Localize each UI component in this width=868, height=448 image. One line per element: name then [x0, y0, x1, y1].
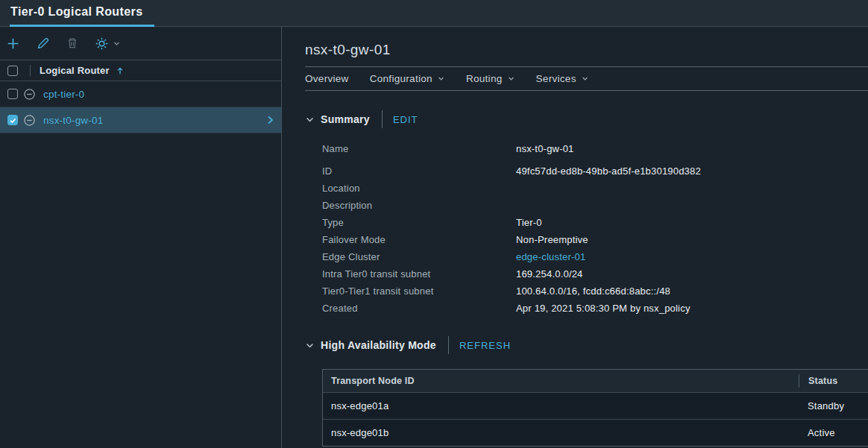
tab-overview[interactable]: Overview [305, 73, 349, 84]
list-header: Logical Router [0, 60, 281, 81]
field-label: Failover Mode [322, 231, 516, 248]
field-label: Name [322, 140, 516, 157]
row-checkbox[interactable] [7, 115, 18, 125]
field-value: Apr 19, 2021 5:08:30 PM by nsx_policy [516, 300, 691, 317]
tab-label: Overview [305, 73, 349, 84]
collapse-chevron-icon[interactable] [305, 115, 315, 124]
summary-section: Summary EDIT Name nsx-t0-gw-01 ID 49fc57… [305, 110, 868, 317]
refresh-link[interactable]: REFRESH [459, 340, 511, 351]
field-value: 169.254.0.0/24 [516, 265, 583, 283]
table-row-nsx-edge01b[interactable]: nsx-edge01b Active [323, 419, 868, 446]
summary-fields: Name nsx-t0-gw-01 ID 49fc57dd-ed8b-49bb-… [322, 140, 868, 317]
router-row-cpt-tier-0[interactable]: cpt-tier-0 [0, 81, 281, 107]
circle-minus-icon [23, 88, 36, 101]
field-label: Tier0-Tier1 transit subnet [322, 283, 516, 300]
edge-cluster-link[interactable]: edge-cluster-01 [516, 248, 585, 265]
chevron-right-icon[interactable] [265, 115, 275, 125]
field-tier0-tier1-subnet: Tier0-Tier1 transit subnet 100.64.0.0/16… [322, 283, 868, 300]
plus-icon [6, 37, 20, 51]
sort-ascending-icon[interactable] [116, 66, 125, 75]
ha-table-header: Transport Node ID Status [323, 370, 868, 392]
tab-label: Routing [466, 73, 503, 84]
field-label: Type [322, 214, 516, 231]
field-label: Created [322, 300, 516, 317]
collapse-chevron-icon[interactable] [305, 341, 315, 350]
field-label: Edge Cluster [322, 248, 516, 265]
tab-configuration[interactable]: Configuration [370, 73, 445, 84]
column-header-transport-node-id[interactable]: Transport Node ID [323, 376, 799, 386]
ha-section-header: High Availability Mode REFRESH [305, 336, 868, 354]
settings-button[interactable] [95, 36, 121, 51]
app-root: Tier-0 Logical Routers [0, 0, 868, 448]
field-value: Tier-0 [516, 214, 542, 231]
router-link[interactable]: cpt-tier-0 [43, 89, 84, 100]
field-value: nsx-t0-gw-01 [516, 140, 574, 157]
ha-table: Transport Node ID Status nsx-edge01a Sta… [322, 369, 868, 447]
transport-node-id-cell: nsx-edge01a [323, 400, 799, 411]
field-value: 100.64.0.0/16, fcdd:c66d:8abc::/48 [516, 283, 670, 300]
pencil-icon [36, 37, 50, 51]
page-header: Tier-0 Logical Routers [0, 0, 868, 27]
row-checkbox[interactable] [7, 89, 18, 99]
field-name: Name nsx-t0-gw-01 [322, 140, 868, 157]
router-row-nsx-t0-gw-01[interactable]: nsx-t0-gw-01 [0, 107, 281, 133]
field-label: Location [322, 180, 516, 197]
select-all-checkbox[interactable] [7, 66, 18, 76]
field-value: 49fc57dd-ed8b-49bb-ad5f-e1b30190d382 [516, 163, 701, 180]
edit-button[interactable] [35, 36, 50, 51]
status-cell: Standby [799, 400, 868, 411]
summary-title: Summary [321, 113, 370, 125]
tab-routing[interactable]: Routing [466, 73, 515, 84]
field-label: Intra Tier0 transit subnet [322, 265, 516, 283]
field-label: Description [322, 197, 516, 214]
status-cell: Active [799, 427, 868, 438]
ha-title: High Availability Mode [321, 339, 436, 351]
field-edge-cluster: Edge Cluster edge-cluster-01 [322, 248, 868, 265]
field-description: Description [322, 197, 868, 214]
chevron-down-icon [581, 75, 589, 83]
tab-label: Services [536, 73, 576, 84]
vertical-separator [448, 336, 449, 354]
delete-button[interactable] [65, 36, 80, 51]
column-header-status[interactable]: Status [799, 374, 868, 388]
active-title-underline [10, 25, 154, 27]
field-id: ID 49fc57dd-ed8b-49bb-ad5f-e1b30190d382 [322, 163, 868, 180]
chevron-down-icon [437, 75, 445, 83]
router-link[interactable]: nsx-t0-gw-01 [43, 115, 103, 126]
field-created: Created Apr 19, 2021 5:08:30 PM by nsx_p… [322, 300, 868, 317]
logical-routers-sidebar: Logical Router cpt-tier-0 [0, 27, 282, 448]
field-intra-tier0-subnet: Intra Tier0 transit subnet 169.254.0.0/2… [322, 265, 868, 283]
check-icon [9, 116, 17, 124]
trash-icon [66, 37, 79, 50]
ha-section: High Availability Mode REFRESH Transport… [305, 336, 868, 447]
chevron-down-icon [507, 75, 515, 83]
summary-section-header: Summary EDIT [305, 110, 868, 128]
detail-panel: nsx-t0-gw-01 Overview Configuration Rout… [282, 27, 868, 448]
gear-icon [95, 37, 109, 51]
field-label: ID [322, 163, 516, 180]
column-header-logical-router[interactable]: Logical Router [40, 65, 110, 76]
page-title: Tier-0 Logical Routers [0, 0, 868, 19]
sidebar-toolbar [0, 27, 281, 60]
field-failover-mode: Failover Mode Non-Preemptive [322, 231, 868, 248]
tab-label: Configuration [370, 73, 433, 84]
vertical-separator [382, 110, 383, 128]
circle-minus-icon [23, 114, 36, 127]
tab-bar: Overview Configuration Routing Services [305, 67, 868, 91]
field-type: Type Tier-0 [322, 214, 868, 231]
content-area: Logical Router cpt-tier-0 [0, 27, 868, 448]
field-location: Location [322, 180, 868, 197]
tab-services[interactable]: Services [536, 73, 589, 84]
detail-title: nsx-t0-gw-01 [305, 40, 868, 60]
field-value: Non-Preemptive [516, 231, 588, 248]
table-row-nsx-edge01a[interactable]: nsx-edge01a Standby [323, 392, 868, 419]
edit-link[interactable]: EDIT [393, 114, 418, 125]
column-separator [30, 65, 31, 76]
transport-node-id-cell: nsx-edge01b [323, 427, 799, 438]
add-button[interactable] [5, 36, 20, 51]
chevron-down-icon [113, 40, 121, 48]
